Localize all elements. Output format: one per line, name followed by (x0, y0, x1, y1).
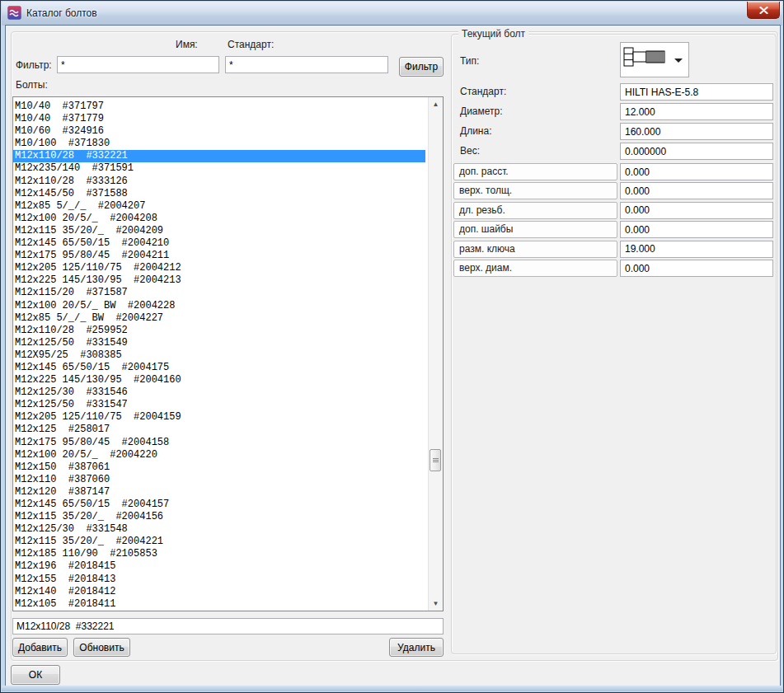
field-value-input[interactable] (620, 241, 773, 258)
field-value-input[interactable] (620, 143, 773, 160)
field-value-input[interactable] (620, 260, 773, 277)
list-item[interactable]: M12x175 95/80/45 #2004211 (13, 250, 425, 262)
field-label: Стандарт: (460, 86, 506, 97)
update-button[interactable]: Обновить (73, 638, 130, 657)
list-item[interactable]: M12x235/140 #371591 (13, 162, 425, 175)
list-item[interactable]: M12x115 35/20/_ #2004221 (13, 536, 425, 548)
list-item[interactable]: M12x185 110/90 #2105853 (13, 548, 425, 560)
list-item[interactable]: M12x140 #2018412 (13, 586, 425, 598)
field-value-input[interactable] (620, 163, 773, 180)
bolt-type-icon (623, 47, 671, 73)
list-item[interactable]: M12x205 125/110/75 #2004212 (13, 262, 425, 274)
chevron-down-icon (674, 59, 683, 63)
field-label-box[interactable]: верх. толщ. (453, 182, 617, 199)
list-item[interactable]: M12x115 35/20/_ #2004156 (13, 511, 425, 523)
list-item[interactable]: M12x110/28 #333126 (13, 176, 425, 188)
list-item[interactable]: M12x105 #2018411 (13, 598, 425, 611)
dialog-window: Каталог болтов Имя: Стандарт: Фильтр: Фи… (0, 0, 784, 693)
field-label: Длина: (460, 125, 491, 137)
field-value-input[interactable] (620, 221, 773, 238)
field-label-box[interactable]: верх. диам. (453, 260, 617, 277)
list-item[interactable]: M10/40 #371779 (13, 113, 425, 125)
field-label: Диаметр: (460, 105, 503, 117)
list-item[interactable]: M12x110/28 #332221 (13, 150, 425, 162)
scroll-down-icon[interactable]: ▼ (429, 597, 443, 611)
field-value-input[interactable] (620, 202, 773, 219)
list-item[interactable]: M10/60 #324916 (13, 125, 425, 138)
bolt-list: M10/40 #371797M10/40 #371779M10/60 #3249… (13, 97, 429, 611)
field-value-input[interactable] (620, 123, 773, 140)
list-item[interactable]: M12x145 65/50/15 #2004157 (13, 499, 425, 511)
list-item[interactable]: M12x100 20/5/_ #2004220 (13, 449, 425, 461)
bolt-name-input[interactable] (12, 618, 444, 634)
bolts-label: Болты: (16, 79, 48, 91)
field-value-input[interactable] (620, 83, 773, 101)
list-item[interactable]: M12x125/30 #331548 (13, 523, 425, 536)
list-item[interactable]: M12x85 5/_/_ BW #2004227 (13, 312, 425, 325)
dialog-client-area: Имя: Стандарт: Фильтр: Фильтр Болты: M10… (6, 26, 780, 687)
list-item[interactable]: M12x145/50 #371588 (13, 188, 425, 200)
current-bolt-group: Текущий болт Тип: (451, 34, 777, 654)
list-item[interactable]: M12x115/20 #371587 (13, 287, 425, 299)
ok-button[interactable]: ОК (11, 665, 60, 685)
list-item[interactable]: M12x85 5/_/_ #2004207 (13, 200, 425, 213)
list-item[interactable]: M12x110/28 #259952 (13, 325, 425, 337)
list-item[interactable]: M10/40 #371797 (13, 101, 425, 113)
name-column-label: Имя: (176, 39, 198, 50)
filter-button[interactable]: Фильтр (399, 57, 444, 77)
list-item[interactable]: M12x155 #2018413 (13, 574, 425, 586)
list-item[interactable]: M12x225 145/130/95 #2004160 (13, 374, 425, 386)
field-label: Вес: (460, 145, 480, 157)
bolt-listbox[interactable]: M10/40 #371797M10/40 #371779M10/60 #3249… (12, 96, 444, 611)
scrollbar-thumb[interactable] (430, 449, 441, 471)
add-button[interactable]: Добавить (12, 638, 68, 657)
list-item[interactable]: M12x110 #387060 (13, 474, 425, 486)
list-item[interactable]: M12X95/25 #308385 (13, 349, 425, 362)
list-item[interactable]: M12x125 #258017 (13, 424, 425, 436)
list-item[interactable]: M12x175 95/80/45 #2004158 (13, 437, 425, 449)
list-item[interactable]: M12x205 125/110/75 #2004159 (13, 411, 425, 424)
list-item[interactable]: M12x145 65/50/15 #2004175 (13, 362, 425, 374)
list-item[interactable]: M12x196 #2018415 (13, 560, 425, 573)
field-label-box[interactable]: доп. расст. (453, 163, 617, 180)
scroll-up-icon[interactable]: ▲ (429, 97, 443, 111)
standard-column-label: Стандарт: (228, 39, 274, 50)
close-button[interactable] (747, 2, 780, 19)
titlebar[interactable]: Каталог болтов (2, 2, 782, 26)
field-label-box[interactable]: разм. ключа (453, 241, 617, 258)
window-title: Каталог болтов (26, 7, 97, 19)
field-value-input[interactable] (620, 182, 773, 199)
list-item[interactable]: M10/100 #371830 (13, 138, 425, 150)
field-label-box[interactable]: дл. резьб. (453, 202, 617, 219)
filter-label: Фильтр: (16, 59, 52, 71)
close-x-icon (759, 7, 768, 14)
thumb-grip (433, 460, 439, 461)
list-item[interactable]: M12x145 65/50/15 #2004210 (13, 237, 425, 250)
list-item[interactable]: M12x150 #387061 (13, 461, 425, 474)
field-value-input[interactable] (620, 103, 773, 120)
field-label-box[interactable]: доп. шайбы (453, 221, 617, 238)
app-logo-icon (7, 6, 21, 20)
list-item[interactable]: M12x100 20/5/_ BW #2004228 (13, 300, 425, 312)
type-label: Тип: (460, 55, 479, 67)
list-item[interactable]: M12x125/50 #331547 (13, 399, 425, 411)
list-item[interactable]: M12x115 35/20/_ #2004209 (13, 225, 425, 237)
list-scrollbar[interactable]: ▲ ▼ (428, 97, 443, 611)
standard-filter-input[interactable] (225, 56, 388, 73)
list-item[interactable]: M12x225 145/130/95 #2004213 (13, 274, 425, 287)
current-bolt-group-label: Текущий болт (458, 28, 528, 40)
window-bottom-border (2, 686, 782, 691)
list-item[interactable]: M12x120 #387147 (13, 486, 425, 499)
delete-button[interactable]: Удалить (389, 638, 444, 657)
list-item[interactable]: M12x100 20/5/_ #2004208 (13, 213, 425, 225)
list-item[interactable]: M12x125/50 #331549 (13, 337, 425, 349)
bolt-type-dropdown[interactable] (620, 42, 689, 77)
list-item[interactable]: M12x125/30 #331546 (13, 386, 425, 399)
name-filter-input[interactable] (57, 56, 219, 73)
